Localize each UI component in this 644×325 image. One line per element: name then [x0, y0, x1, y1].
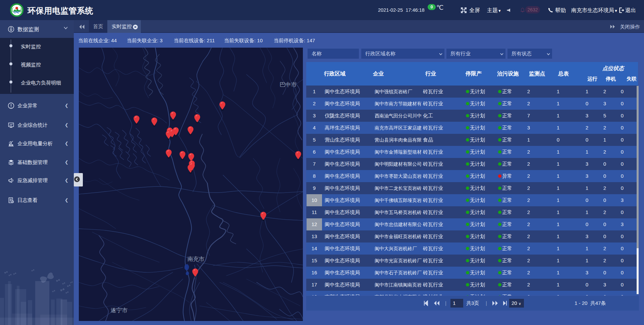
- svg-text:遂宁市: 遂宁市: [111, 307, 128, 314]
- svg-text:巴中市: 巴中市: [280, 82, 297, 88]
- svg-text:南充市: 南充市: [187, 256, 205, 262]
